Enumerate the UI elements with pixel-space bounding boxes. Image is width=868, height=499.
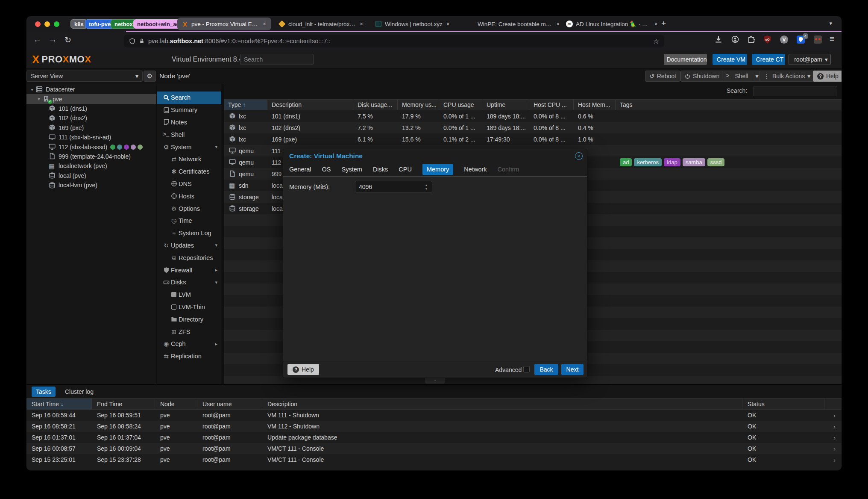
tab-list-chevron-icon[interactable] — [829, 20, 832, 27]
menu-icon[interactable] — [830, 34, 834, 44]
tree-item-local-lvm[interactable]: local-lvm (pve) — [26, 180, 156, 190]
chevron-right-icon[interactable] — [824, 412, 842, 419]
table-row[interactable]: Sep 16 08:59:44Sep 16 08:59:51 pveroot@p… — [26, 410, 842, 421]
nav-item-firewall[interactable]: Firewall — [157, 264, 221, 276]
monkey-extension-icon[interactable] — [814, 35, 822, 44]
reload-button[interactable] — [65, 35, 71, 45]
table-row[interactable]: Sep 16 01:37:01Sep 16 01:37:04 pveroot@p… — [26, 432, 842, 443]
nav-item-updates[interactable]: Updates — [157, 239, 221, 252]
chevron-right-icon[interactable] — [824, 434, 842, 441]
tab-group-netboot[interactable]: netboot+win_ad — [133, 19, 183, 29]
shell-button[interactable]: >_Shell — [722, 71, 763, 82]
column-type[interactable]: Type — [224, 100, 267, 110]
column-tags[interactable]: Tags — [616, 100, 842, 110]
column-description[interactable]: Description — [267, 100, 353, 110]
new-tab-button[interactable] — [661, 19, 666, 28]
tab-group-netbox[interactable]: netbox — [111, 19, 137, 29]
download-icon[interactable] — [715, 35, 722, 43]
lock-icon[interactable] — [139, 38, 145, 44]
tab-cloud-init[interactable]: cloud_init - telmate/proxmox - C — [274, 18, 367, 30]
nav-item-system[interactable]: System — [157, 141, 221, 153]
table-row[interactable]: lxc 101 (dns1)7.5 % 17.9 %0.0% of 1 ... … — [224, 110, 842, 122]
forward-button[interactable] — [49, 35, 57, 44]
tab-disks[interactable]: Disks — [373, 166, 388, 173]
nav-scrollbar[interactable] — [221, 84, 223, 384]
vimium-icon[interactable]: V — [780, 35, 788, 44]
create-vm-button[interactable]: Create VM — [713, 54, 747, 65]
nav-item-certificates[interactable]: Certificates — [157, 165, 221, 178]
back-button[interactable]: Back — [534, 364, 558, 375]
column-description[interactable]: Description — [262, 399, 742, 409]
nav-item-shell[interactable]: >_Shell — [157, 128, 221, 141]
tab-tasks[interactable]: Tasks — [32, 387, 56, 397]
nav-item-repositories[interactable]: Repositories — [157, 251, 221, 264]
tree-item-localnetwork[interactable]: localnetwork (pve) — [26, 161, 156, 171]
column-start-time[interactable]: Start Time — [26, 399, 92, 409]
tab-proxmox[interactable]: X pve - Proxmox Virtual Environme — [177, 18, 271, 30]
view-selector[interactable]: Server View — [26, 71, 143, 82]
nav-item-directory[interactable]: Directory — [157, 313, 221, 325]
tree-item-datacenter[interactable]: Datacenter — [26, 85, 156, 94]
close-tab-icon[interactable] — [654, 21, 658, 27]
close-tab-icon[interactable] — [263, 21, 266, 27]
tree-item-pve[interactable]: ✓ pve — [26, 94, 156, 103]
tab-memory[interactable]: Memory — [422, 164, 453, 175]
close-tab-icon[interactable] — [556, 21, 560, 27]
nav-item-notes[interactable]: Notes — [157, 116, 221, 129]
nav-item-ceph[interactable]: Ceph — [157, 338, 221, 350]
table-row[interactable]: lxc 169 (pxe)6.1 % 15.6 %0.1% of 2 ... 1… — [224, 133, 842, 145]
column-host-cpu[interactable]: Host CPU ... — [529, 100, 574, 110]
back-button[interactable] — [33, 35, 41, 44]
nav-item-options[interactable]: Options — [157, 202, 221, 215]
account-icon[interactable] — [731, 35, 739, 43]
tab-cluster-log[interactable]: Cluster log — [61, 387, 98, 397]
tab-os[interactable]: OS — [322, 166, 331, 173]
tab-cpu[interactable]: CPU — [399, 166, 412, 173]
window-minimize-button[interactable] — [44, 21, 50, 27]
tree-item-169[interactable]: 169 (pxe) — [26, 123, 156, 133]
table-row[interactable]: Sep 15 23:25:01Sep 15 23:37:28 pveroot@p… — [26, 454, 842, 465]
chevron-down-icon[interactable] — [29, 87, 35, 92]
chevron-right-icon[interactable] — [824, 445, 842, 452]
user-menu-button[interactable]: root@pam — [789, 54, 831, 65]
close-tab-icon[interactable] — [360, 21, 363, 27]
help-button[interactable]: ?Help — [813, 71, 842, 82]
tag-badge[interactable]: ldap — [664, 158, 680, 166]
tree-item-102[interactable]: 102 (dns2) — [26, 113, 156, 123]
nav-item-time[interactable]: Time — [157, 215, 221, 227]
table-row[interactable]: lxc 102 (dns2)7.2 % 13.2 %0.0% of 1 ... … — [224, 122, 842, 133]
column-memory-usage[interactable]: Memory us... — [398, 100, 439, 110]
nav-item-system-log[interactable]: System Log — [157, 227, 221, 239]
nav-item-lvm[interactable]: LVM — [157, 289, 221, 301]
dialog-title[interactable]: Create: Virtual Machine — [283, 149, 587, 163]
tab-netboot-xyz[interactable]: Windows | netboot.xyz — [371, 18, 454, 30]
bulk-actions-button[interactable]: Bulk Actions — [760, 71, 815, 82]
tag-badge[interactable]: ad — [620, 158, 632, 166]
tree-item-local[interactable]: local (pve) — [26, 171, 156, 180]
nav-item-hosts[interactable]: Hosts — [157, 190, 221, 202]
nav-item-lvm-thin[interactable]: LVM-Thin — [157, 301, 221, 313]
bottom-panel-collapse-handle[interactable] — [425, 378, 445, 384]
close-icon[interactable] — [575, 152, 583, 160]
bitwarden-icon[interactable]: 4 — [797, 35, 805, 44]
tree-settings-button[interactable] — [144, 71, 156, 82]
column-end-time[interactable]: End Time — [92, 399, 155, 409]
tab-general[interactable]: General — [289, 166, 311, 173]
chevron-right-icon[interactable] — [824, 456, 842, 464]
tab-network[interactable]: Network — [464, 166, 487, 173]
window-zoom-button[interactable] — [54, 21, 59, 27]
nav-item-disks[interactable]: Disks — [157, 276, 221, 289]
column-cpu-usage[interactable]: CPU usage — [439, 100, 482, 110]
column-node[interactable]: Node — [155, 399, 197, 409]
tab-group-tofu-pve[interactable]: tofu-pve — [85, 19, 114, 29]
nav-item-replication[interactable]: Replication — [157, 350, 221, 363]
tag-badge[interactable]: sssd — [707, 158, 725, 166]
column-status[interactable]: Status — [742, 399, 824, 409]
nav-item-network[interactable]: Network — [157, 153, 221, 165]
table-row[interactable]: Sep 16 08:58:21Sep 16 08:58:24 pveroot@p… — [26, 421, 842, 432]
advanced-checkbox[interactable] — [523, 366, 530, 372]
column-disk-usage[interactable]: Disk usage... — [353, 100, 398, 110]
column-user-name[interactable]: User name — [197, 399, 262, 409]
chevron-down-icon[interactable] — [36, 97, 42, 101]
tag-badge[interactable]: samba — [683, 158, 705, 166]
